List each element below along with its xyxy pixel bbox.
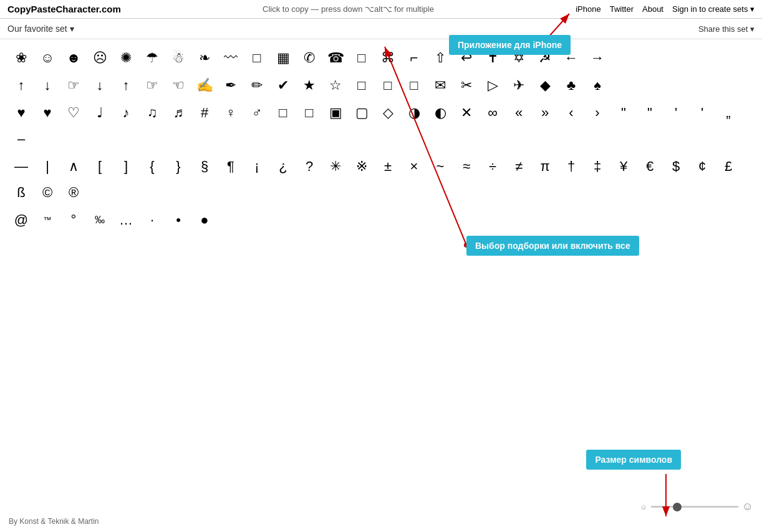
char-cell[interactable]: { [140,154,165,179]
char-cell[interactable]: ▣ [323,100,348,125]
char-cell[interactable]: ‡ [585,154,610,179]
char-cell[interactable]: ' [690,100,715,125]
char-cell[interactable]: ® [61,180,86,205]
char-cell[interactable]: ¡ [244,154,269,179]
char-cell[interactable]: ✔ [271,73,296,98]
char-cell[interactable]: ✏ [244,73,269,98]
char-cell[interactable]: – [9,127,34,152]
char-cell[interactable]: □ [271,100,296,125]
char-cell[interactable]: ~ [428,154,453,179]
char-cell[interactable]: — [9,154,34,179]
char-cell[interactable]: □ [349,46,374,70]
char-cell[interactable]: › [585,100,610,125]
signin-link[interactable]: Sign in to create sets ▾ [672,4,755,14]
char-cell[interactable]: [ [87,154,112,179]
char-cell[interactable]: ☺ [35,46,60,70]
size-slider[interactable] [651,506,738,508]
char-cell[interactable]: ◆ [533,73,557,98]
char-cell[interactable]: ☂ [140,46,165,70]
char-cell[interactable]: } [166,154,191,179]
char-cell[interactable]: ♬ [166,100,191,125]
char-cell[interactable]: ▢ [349,100,374,125]
char-cell[interactable]: ✂ [454,73,479,98]
char-cell[interactable]: ♠ [585,73,610,98]
char-cell[interactable]: ↓ [35,73,60,98]
char-cell[interactable]: × [402,154,427,179]
char-cell[interactable]: © [35,180,60,205]
char-cell[interactable]: □ [402,73,427,98]
char-cell[interactable]: ¢ [690,154,715,179]
char-cell[interactable]: ※ [349,154,374,179]
char-cell[interactable]: ‰ [87,208,112,233]
char-cell[interactable]: ⌘ [375,46,400,70]
char-cell[interactable]: ♡ [61,100,86,125]
char-cell[interactable]: ☞ [140,73,165,98]
char-cell[interactable]: ☹ [87,46,112,70]
char-cell[interactable]: " [611,100,636,125]
char-cell[interactable]: ≠ [506,154,531,179]
char-cell[interactable]: ↑ [9,73,34,98]
char-cell[interactable]: … [113,208,138,233]
char-cell[interactable]: ™ [35,208,60,233]
char-cell[interactable]: ▦ [271,46,296,70]
char-cell[interactable]: ☜ [166,73,191,98]
char-cell[interactable]: ♫ [140,100,165,125]
char-cell[interactable]: → [585,46,610,70]
char-cell[interactable]: € [637,154,662,179]
char-cell[interactable]: ◇ [375,100,400,125]
char-cell[interactable]: ✍ [192,73,217,98]
char-cell[interactable]: ? [297,154,322,179]
char-cell[interactable]: ❀ [9,46,34,70]
char-cell[interactable]: · [140,208,165,233]
char-cell[interactable]: ♥ [9,100,34,125]
char-cell[interactable]: ¶ [218,154,243,179]
char-cell[interactable]: □ [244,46,269,70]
char-cell[interactable]: ß [9,180,34,205]
set-selector-dropdown[interactable]: Our favorite set ▾ [7,24,74,34]
char-cell[interactable]: ≈ [454,154,479,179]
char-cell[interactable]: ✒ [218,73,243,98]
char-cell[interactable]: ↓ [87,73,112,98]
char-cell[interactable]: ◑ [402,100,427,125]
char-cell[interactable]: ✈ [506,73,531,98]
char-cell[interactable]: ✕ [454,100,479,125]
char-cell[interactable]: ] [113,154,138,179]
iphone-link[interactable]: iPhone [576,4,600,14]
char-cell[interactable]: ∞ [480,100,505,125]
char-cell[interactable]: ± [375,154,400,179]
char-cell[interactable]: ✺ [113,46,138,70]
char-cell[interactable]: » [533,100,557,125]
char-cell[interactable]: § [192,154,217,179]
char-cell[interactable]: • [166,208,191,233]
char-cell[interactable]: 〰 [218,46,243,70]
char-cell[interactable]: „ [716,100,741,125]
char-cell[interactable]: ✆ [297,46,322,70]
char-cell[interactable]: ¿ [271,154,296,179]
char-cell[interactable]: ∧ [61,154,86,179]
char-cell[interactable]: ♪ [113,100,138,125]
char-cell[interactable]: □ [349,73,374,98]
char-cell[interactable]: ♥ [35,100,60,125]
about-link[interactable]: About [642,4,663,14]
char-cell[interactable]: † [559,154,584,179]
char-cell[interactable]: ☃ [166,46,191,70]
char-cell[interactable]: ‹ [559,100,584,125]
char-cell[interactable]: ' [663,100,688,125]
char-cell[interactable]: π [533,154,557,179]
char-cell[interactable]: # [192,100,217,125]
char-cell[interactable]: ↑ [113,73,138,98]
char-cell[interactable]: ★ [297,73,322,98]
char-cell[interactable]: ◐ [428,100,453,125]
char-cell[interactable]: " [637,100,662,125]
char-cell[interactable]: □ [297,100,322,125]
char-cell[interactable]: ° [61,208,86,233]
char-cell[interactable]: ¥ [611,154,636,179]
char-cell[interactable]: ☞ [61,73,86,98]
char-cell[interactable]: ♣ [559,73,584,98]
char-cell[interactable]: ☎ [323,46,348,70]
char-cell[interactable]: ♩ [87,100,112,125]
char-cell[interactable]: □ [375,73,400,98]
char-cell[interactable]: @ [9,208,34,233]
char-cell[interactable]: ❧ [192,46,217,70]
char-cell[interactable]: | [35,154,60,179]
